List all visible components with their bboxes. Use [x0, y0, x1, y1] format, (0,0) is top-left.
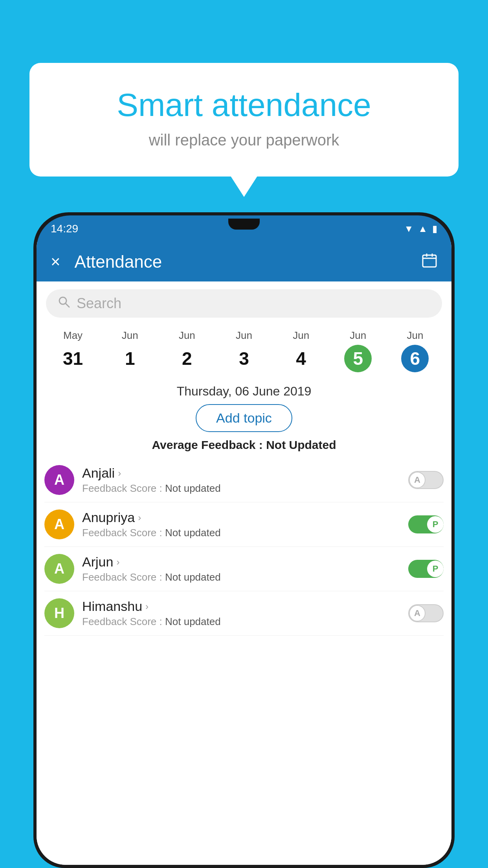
cal-date-number: 3 — [230, 345, 258, 372]
student-avatar: H — [44, 598, 74, 628]
attendance-toggle[interactable]: A — [408, 604, 444, 622]
signal-icon: ▲ — [418, 223, 427, 234]
student-feedback: Feedback Score : Not updated — [82, 571, 400, 583]
average-feedback: Average Feedback : Not Updated — [37, 438, 451, 452]
chevron-right-icon: › — [145, 601, 149, 612]
status-time: 14:29 — [51, 223, 78, 235]
battery-icon: ▮ — [432, 223, 437, 234]
student-feedback: Feedback Score : Not updated — [82, 482, 400, 495]
bubble-subtitle: will replace your paperwork — [61, 131, 427, 149]
student-name[interactable]: Arjun › — [82, 554, 400, 570]
status-icons: ▼ ▲ ▮ — [404, 223, 437, 234]
calendar-day[interactable]: May31 — [44, 326, 101, 376]
student-info[interactable]: Anjali ›Feedback Score : Not updated — [82, 465, 400, 495]
student-row: AAnupriya ›Feedback Score : Not updatedP — [44, 502, 444, 547]
app-title: Attendance — [75, 252, 422, 272]
chevron-right-icon: › — [116, 557, 119, 568]
svg-rect-0 — [423, 255, 436, 267]
student-name[interactable]: Anjali › — [82, 465, 400, 481]
speech-bubble: Smart attendance will replace your paper… — [29, 63, 459, 177]
cal-month-label: Jun — [331, 329, 385, 342]
calendar-day[interactable]: Jun2 — [158, 326, 215, 376]
attendance-toggle[interactable]: P — [408, 560, 444, 578]
search-bar[interactable]: Search — [46, 289, 442, 318]
add-topic-button[interactable]: Add topic — [196, 404, 292, 432]
cal-month-label: Jun — [274, 329, 328, 342]
toggle-knob: A — [409, 472, 426, 488]
student-list: AAnjali ›Feedback Score : Not updatedAAA… — [37, 458, 451, 636]
phone-screen: × Attendance — [37, 242, 451, 865]
attendance-toggle[interactable]: P — [408, 515, 444, 533]
phone-notch — [228, 219, 260, 230]
cal-date-number: 5 — [344, 345, 372, 372]
cal-date-number: 31 — [59, 345, 87, 372]
student-avatar: A — [44, 554, 74, 584]
student-info[interactable]: Anupriya ›Feedback Score : Not updated — [82, 510, 400, 539]
search-placeholder: Search — [77, 295, 121, 312]
student-feedback: Feedback Score : Not updated — [82, 616, 400, 628]
app-header: × Attendance — [37, 242, 451, 281]
calendar-strip: May31Jun1Jun2Jun3Jun4Jun5Jun6 — [37, 318, 451, 376]
student-avatar: A — [44, 465, 74, 495]
selected-date-label: Thursday, 06 June 2019 — [37, 384, 451, 399]
student-avatar: A — [44, 509, 74, 539]
student-info[interactable]: Arjun ›Feedback Score : Not updated — [82, 554, 400, 583]
calendar-day[interactable]: Jun4 — [273, 326, 330, 376]
cal-month-label: Jun — [388, 329, 442, 342]
calendar-icon[interactable] — [422, 252, 437, 272]
toggle-knob: P — [427, 516, 444, 533]
student-row: HHimanshu ›Feedback Score : Not updatedA — [44, 591, 444, 636]
toggle-knob: A — [409, 605, 426, 622]
avg-feedback-label: Average Feedback : — [152, 438, 266, 451]
speech-bubble-container: Smart attendance will replace your paper… — [29, 63, 459, 177]
app-content: Search May31Jun1Jun2Jun3Jun4Jun5Jun6 Thu… — [37, 281, 451, 865]
calendar-day[interactable]: Jun5 — [330, 326, 387, 376]
close-button[interactable]: × — [51, 252, 61, 271]
cal-date-number: 4 — [287, 345, 315, 372]
cal-date-number: 6 — [401, 345, 429, 372]
calendar-day[interactable]: Jun1 — [101, 326, 158, 376]
cal-date-number: 1 — [116, 345, 144, 372]
calendar-day[interactable]: Jun3 — [215, 326, 272, 376]
student-info[interactable]: Himanshu ›Feedback Score : Not updated — [82, 599, 400, 628]
calendar-day[interactable]: Jun6 — [387, 326, 444, 376]
cal-month-label: Jun — [217, 329, 271, 342]
svg-line-5 — [66, 303, 69, 307]
bubble-title: Smart attendance — [61, 86, 427, 123]
wifi-icon: ▼ — [404, 223, 413, 234]
student-row: AArjun ›Feedback Score : Not updatedP — [44, 547, 444, 591]
student-row: AAnjali ›Feedback Score : Not updatedA — [44, 458, 444, 502]
chevron-right-icon: › — [138, 512, 141, 523]
cal-date-number: 2 — [173, 345, 201, 372]
toggle-knob: P — [427, 561, 444, 577]
student-feedback: Feedback Score : Not updated — [82, 527, 400, 539]
attendance-toggle[interactable]: A — [408, 471, 444, 489]
phone-frame: 14:29 ▼ ▲ ▮ × Attendance — [33, 212, 455, 868]
chevron-right-icon: › — [118, 468, 121, 479]
search-icon — [58, 296, 70, 311]
student-name[interactable]: Himanshu › — [82, 599, 400, 614]
cal-month-label: Jun — [103, 329, 157, 342]
phone-inner: 14:29 ▼ ▲ ▮ × Attendance — [37, 215, 451, 865]
cal-month-label: May — [46, 329, 100, 342]
avg-feedback-value: Not Updated — [266, 438, 336, 451]
student-name[interactable]: Anupriya › — [82, 510, 400, 525]
cal-month-label: Jun — [160, 329, 214, 342]
